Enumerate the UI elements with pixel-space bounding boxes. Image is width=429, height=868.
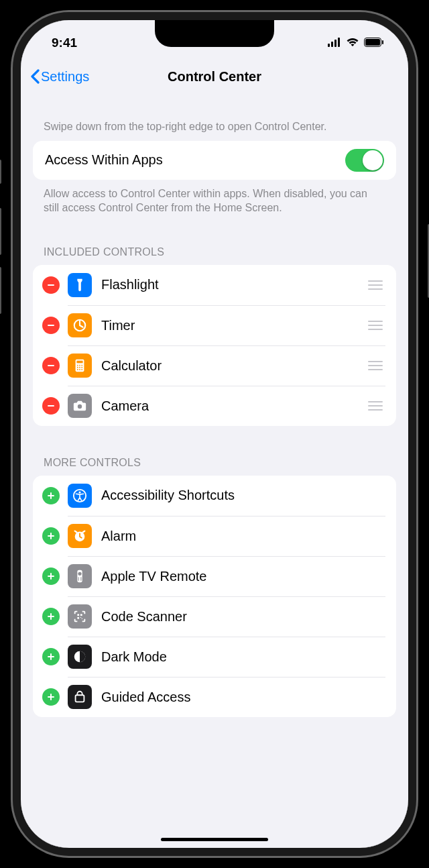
svg-point-20 [79, 369, 80, 370]
svg-rect-50 [50, 694, 52, 700]
svg-rect-41 [77, 614, 79, 616]
home-indicator[interactable] [161, 838, 268, 841]
svg-point-14 [79, 365, 80, 366]
svg-point-38 [80, 580, 82, 581]
calculator-icon [68, 354, 92, 378]
svg-point-13 [77, 365, 78, 366]
svg-point-16 [77, 367, 78, 368]
svg-rect-7 [48, 284, 54, 286]
svg-point-27 [78, 491, 80, 493]
svg-point-19 [77, 369, 78, 370]
timer-icon [68, 313, 92, 337]
svg-point-21 [81, 369, 82, 370]
svg-rect-43 [77, 617, 79, 619]
control-row: Guided Access [33, 677, 396, 717]
drag-handle[interactable] [365, 278, 385, 292]
intro-description: Swipe down from the top-right edge to op… [33, 95, 396, 141]
svg-rect-8 [48, 325, 54, 326]
svg-rect-32 [50, 573, 52, 580]
camera-icon [68, 394, 92, 418]
access-within-apps-row[interactable]: Access Within Apps [33, 141, 396, 180]
remove-button[interactable] [42, 317, 60, 334]
control-label: Alarm [101, 529, 385, 544]
add-button[interactable] [42, 608, 60, 625]
control-row: Calculator [33, 345, 396, 386]
svg-rect-22 [48, 405, 54, 406]
drag-handle[interactable] [365, 358, 385, 373]
svg-rect-1 [331, 42, 333, 47]
svg-point-23 [78, 404, 82, 409]
control-label: Flashlight [101, 277, 356, 292]
remove-button[interactable] [42, 276, 60, 294]
accessibility-icon [68, 484, 92, 508]
svg-rect-12 [76, 361, 82, 364]
svg-point-18 [81, 367, 82, 368]
included-list: FlashlightTimerCalculatorCamera [33, 265, 396, 426]
status-time: 9:41 [41, 36, 77, 50]
notch [155, 20, 274, 47]
svg-rect-44 [80, 617, 81, 618]
back-label: Settings [41, 69, 89, 85]
nav-bar: Settings Control Center [21, 58, 408, 95]
control-row: Code Scanner [33, 596, 396, 637]
svg-rect-40 [50, 613, 52, 620]
page-title: Control Center [168, 69, 261, 85]
battery-icon [364, 36, 384, 50]
control-row: Timer [33, 305, 396, 345]
remove-button[interactable] [42, 357, 60, 374]
toggle-label: Access Within Apps [45, 152, 163, 168]
svg-point-35 [78, 578, 79, 579]
control-label: Calculator [101, 358, 356, 374]
screen: 9:41 Settings Control Center Swip [21, 20, 408, 848]
svg-rect-51 [76, 696, 84, 702]
control-row: Dark Mode [33, 637, 396, 677]
drag-handle[interactable] [365, 318, 385, 333]
control-label: Apple TV Remote [101, 569, 385, 584]
svg-point-34 [78, 572, 81, 576]
control-label: Dark Mode [101, 649, 385, 665]
svg-rect-2 [334, 40, 336, 47]
chevron-left-icon [30, 69, 40, 84]
control-row: Flashlight [33, 265, 396, 305]
svg-point-37 [78, 580, 79, 581]
guided-icon [68, 685, 92, 709]
alarm-icon [68, 524, 92, 548]
back-button[interactable]: Settings [26, 66, 93, 87]
svg-point-15 [81, 365, 82, 366]
add-button[interactable] [42, 527, 60, 545]
included-header: Included Controls [33, 215, 396, 265]
add-button[interactable] [42, 487, 60, 504]
svg-point-36 [80, 578, 82, 579]
control-row: Accessibility Shortcuts [33, 476, 396, 516]
svg-rect-5 [365, 39, 380, 46]
svg-rect-33 [77, 570, 82, 582]
control-label: Camera [101, 398, 356, 414]
svg-rect-6 [382, 40, 383, 44]
control-row: Alarm [33, 516, 396, 556]
add-button[interactable] [42, 688, 60, 706]
content-area[interactable]: Swipe down from the top-right edge to op… [21, 95, 408, 848]
svg-rect-3 [338, 38, 340, 47]
control-label: Accessibility Shortcuts [101, 488, 385, 503]
svg-rect-10 [48, 365, 54, 366]
access-toggle-card: Access Within Apps [33, 141, 396, 180]
darkmode-icon [68, 645, 92, 669]
cellular-icon [328, 36, 341, 50]
control-label: Guided Access [101, 690, 385, 705]
add-button[interactable] [42, 567, 60, 585]
add-button[interactable] [42, 648, 60, 665]
phone-frame: 9:41 Settings Control Center Swip [13, 12, 416, 856]
access-toggle[interactable] [345, 149, 384, 172]
toggle-footer: Allow access to Control Center within ap… [33, 180, 396, 215]
wifi-icon [346, 36, 359, 50]
svg-rect-47 [50, 653, 52, 660]
toggle-knob [363, 150, 383, 170]
control-label: Code Scanner [101, 609, 385, 625]
svg-rect-0 [328, 44, 330, 47]
flashlight-icon [68, 273, 92, 297]
drag-handle[interactable] [365, 398, 385, 413]
svg-rect-45 [82, 618, 82, 619]
control-row: Camera [33, 386, 396, 426]
remove-button[interactable] [42, 397, 60, 415]
more-list: Accessibility ShortcutsAlarmApple TV Rem… [33, 476, 396, 717]
